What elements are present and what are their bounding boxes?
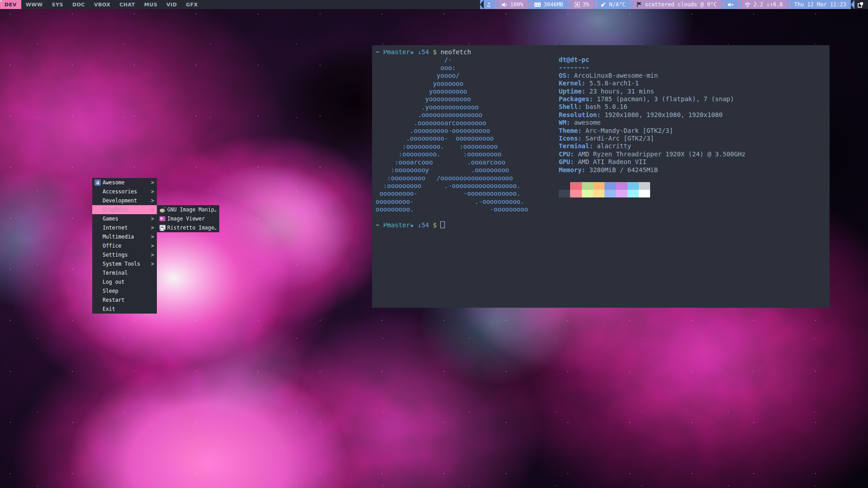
terminal-cursor [440,221,445,228]
volume-value: 100% [510,1,524,8]
cpu-value: 3% [583,1,589,8]
layout-indicator[interactable] [851,0,868,9]
menu-item-settings[interactable]: Settings > [92,250,157,259]
palette-swatch [604,182,616,190]
menu-item-system-tools[interactable]: System Tools > [92,259,157,268]
palette-swatch [627,190,639,197]
palette-swatch [582,190,593,197]
terminal-color-palette-row1 [559,182,650,189]
info-label: WM: [559,119,570,126]
weather-widget[interactable]: scattered clouds @ 9°C [630,0,721,9]
prompt-git-branch: master [387,48,410,56]
menu-item-exit[interactable]: Exit [92,305,157,314]
tag-sys[interactable]: SYS [47,0,68,9]
powerline-separator [738,0,741,9]
tag-vid[interactable]: VID [162,0,181,9]
palette-swatch [627,182,639,190]
info-value: AMD Ryzen Threadripper 1920X (24) @ 3.50… [578,150,745,158]
wifi-icon [745,2,750,7]
thermometer-icon [600,2,606,7]
submenu-item-ristretto[interactable]: Ristretto Image… [157,223,219,232]
layout-icon [858,2,863,8]
prompt-git-dirty-star: ★ [410,221,414,229]
git-branch-icon: Ч [383,221,387,229]
menu-item-games[interactable]: Games > [92,214,157,223]
submenu-chevron-icon: > [151,225,154,231]
speaker-small-icon [728,2,733,7]
submenu-chevron-icon: > [151,261,154,267]
info-value: Arc-Mandy-Dark [GTK2/3] [585,127,673,134]
memory-value: 3046MB [543,1,563,8]
arcolinux-ascii-logo: /- ooo: yoooo/ yooooooo yooooooooo yoooo… [376,56,528,213]
powerline-separator [480,0,484,9]
menu-item-awesome[interactable]: a Awesome > [92,178,157,187]
tag-doc[interactable]: DOC [68,0,90,9]
terminal-window[interactable]: ~ Чmaster★ ↓54 $ neofetch /- ooo: yoooo/… [372,45,830,308]
menu-item-log-out[interactable]: Log out [92,277,157,286]
menu-item-terminal[interactable]: Terminal [92,268,157,277]
info-label: Theme: [559,127,582,134]
info-value: alacritty [597,142,631,150]
info-label: Memory: [559,166,585,174]
cpu-widget[interactable]: 3% [568,0,594,9]
menu-item-development[interactable]: Development > [92,196,157,205]
powerline-separator [721,0,725,9]
menu-item-office[interactable]: Office > [92,241,157,250]
menu-item-restart[interactable]: Restart [92,296,157,305]
tag-www[interactable]: WWW [21,0,47,9]
palette-swatch [582,182,593,190]
menu-item-accessories[interactable]: Accessories > [92,187,157,196]
info-value: Sardi-Arc [GTK2/3] [585,135,654,142]
menu-item-multimedia[interactable]: Multimedia > [92,232,157,241]
submenu-chevron-icon: > [151,252,154,258]
temperature-widget[interactable]: N/A°C [594,0,630,9]
tag-occupied-indicator [0,0,2,2]
neofetch-underline: -------- [559,64,589,71]
tag-label: DEV [5,2,17,8]
prompt-line-2: ~ Чmaster★ ↓54 $ [376,221,445,229]
clock-value: Thu 12 Mar 11:23 [794,1,846,8]
music-note-icon: ♫ [487,2,491,8]
tag-vbox[interactable]: VBOX [90,0,115,9]
palette-swatch [559,182,570,190]
powerline-separator [528,0,531,9]
tag-chat[interactable]: CHAT [115,0,139,9]
prompt-jobs: ↓54 [418,221,429,229]
network-value: 2.2 ↓↑0.8 [753,1,783,8]
audio-toggle-widget[interactable] [721,0,738,9]
menu-item-sleep[interactable]: Sleep [92,286,157,296]
submenu-item-gimp[interactable]: GNU Image Manip… [157,205,219,214]
info-label: CPU: [559,150,574,158]
workspace-taglist: DEV WWW SYS DOC VBOX CHAT MUS VID GFX [0,0,203,9]
music-widget[interactable]: ♫ [480,0,495,9]
tag-dev[interactable]: DEV [0,0,21,9]
speaker-icon [502,2,508,7]
submenu-chevron-icon: > [151,206,154,213]
info-label: OS: [559,72,570,79]
tag-mus[interactable]: MUS [140,0,162,9]
clock-widget[interactable]: Thu 12 Mar 11:23 [787,0,851,9]
tag-label: VBOX [94,2,110,8]
info-value: ArcoLinuxB-awesome-min [574,72,658,79]
info-value: 23 hours, 31 mins [589,88,654,95]
tag-label: MUS [144,2,157,8]
memory-icon [534,2,541,7]
memory-widget[interactable]: 3046MB [528,0,567,9]
tag-gfx[interactable]: GFX [181,0,203,9]
graphics-submenu: GNU Image Manip… Image Viewer Ristretto … [157,205,219,232]
powerline-separator [851,0,854,9]
prompt-line: ~ Чmaster★ ↓54 $ neofetch [376,48,471,56]
tag-label: DOC [72,2,85,8]
palette-swatch [616,182,627,190]
powerline-separator [594,0,597,9]
volume-widget[interactable]: 100% [495,0,528,9]
menu-item-internet[interactable]: Internet > [92,223,157,232]
prompt-cwd: ~ [376,221,379,229]
network-widget[interactable]: 2.2 ↓↑0.8 [738,0,787,9]
temperature-value: N/A°C [609,1,625,8]
powerline-separator [787,0,791,9]
image-viewer-icon [159,215,166,222]
info-value: 3280MiB / 64245MiB [589,166,658,174]
submenu-item-image-viewer[interactable]: Image Viewer [157,214,219,223]
menu-item-graphics[interactable]: Graphics > [92,205,157,214]
